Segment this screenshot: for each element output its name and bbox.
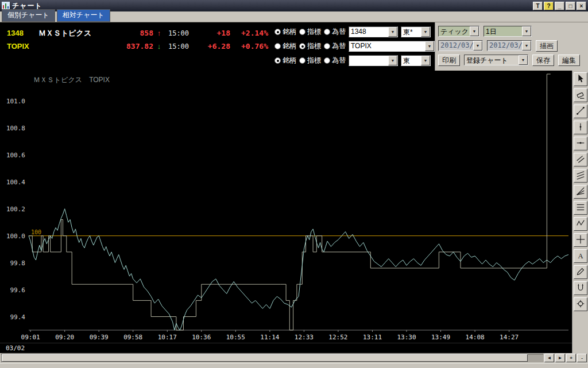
zoom-in-button[interactable]: + (566, 354, 576, 362)
combo-value (349, 56, 388, 65)
eraser-tool-icon (575, 90, 586, 100)
chevron-down-icon[interactable]: ▼ (470, 26, 479, 36)
fan-line-tool-button[interactable] (574, 185, 587, 199)
chart-canvas[interactable]: 99.499.699.8100.0100.2100.4100.6100.8101… (0, 71, 572, 343)
horizontal-line-tool-button[interactable] (574, 137, 587, 150)
indicator-radio[interactable]: 指標 (299, 27, 321, 37)
x-axis-label: 11:14 (260, 334, 279, 341)
select-tool-button[interactable] (574, 72, 587, 86)
settings-tool-button[interactable] (574, 297, 587, 311)
radio-icon[interactable] (274, 57, 281, 64)
radio-label: 為替 (332, 27, 346, 37)
eraser-tool-button[interactable] (574, 88, 587, 102)
scrollbar-thumb[interactable] (2, 354, 528, 362)
crosshair-tool-icon (575, 234, 586, 245)
trendline-tool-icon (575, 106, 586, 116)
parallel-line-tool-button[interactable] (574, 153, 587, 166)
channel-tool-button[interactable] (574, 169, 587, 183)
indicator-radio[interactable]: 指標 (299, 41, 321, 51)
fx-radio[interactable]: 為替 (324, 27, 346, 37)
edit-button[interactable]: 編集 (558, 55, 580, 66)
scroll-right-button[interactable]: ► (555, 354, 565, 362)
radio-icon[interactable] (324, 57, 330, 64)
tab-individual-chart[interactable]: 個別チャート (2, 9, 55, 22)
main-area: 99.499.699.8100.0100.2100.4100.6100.8101… (0, 71, 588, 353)
fx-radio[interactable]: 為替 (324, 56, 346, 65)
stock-radio[interactable]: 銘柄 (274, 41, 296, 51)
chevron-down-icon[interactable]: ▼ (425, 41, 434, 51)
close-button[interactable]: × (577, 2, 586, 10)
text-tool-button[interactable]: A (574, 249, 587, 263)
registered-chart-combo[interactable]: 登録チャート▼ (464, 55, 528, 65)
chevron-down-icon[interactable]: ▼ (522, 26, 531, 36)
tab-relative-chart[interactable]: 相対チャート (57, 9, 110, 22)
radio-icon[interactable] (299, 43, 305, 49)
series-1-path (29, 209, 568, 330)
radio-icon[interactable] (274, 29, 281, 35)
x-axis-label: 13:30 (397, 334, 416, 341)
interval-combo[interactable]: ティック▼ (438, 26, 479, 37)
draw-button[interactable]: 描画 (536, 40, 558, 52)
fibonacci-tool-button[interactable] (574, 201, 587, 215)
tick-direction-icon: ↓ (153, 42, 165, 51)
chevron-down-icon[interactable]: ▼ (421, 56, 430, 65)
period-combo[interactable]: 1日▼ (483, 26, 532, 37)
radio-icon[interactable] (299, 29, 305, 35)
print-button[interactable]: 印刷 (438, 55, 460, 66)
help-button[interactable]: ? (544, 2, 554, 10)
change-percent: +0.76% (230, 42, 268, 51)
radio-icon[interactable] (324, 29, 330, 35)
radio-icon[interactable] (274, 43, 281, 49)
radio-label: 銘柄 (283, 41, 296, 51)
stock-radio[interactable]: 銘柄 (274, 56, 296, 65)
compare-exchange-combo[interactable]: 東▼ (401, 55, 431, 66)
pencil-tool-button[interactable] (574, 265, 587, 279)
scroll-left-button[interactable]: ◄ (544, 354, 554, 362)
y-axis-label: 99.8 (10, 259, 26, 267)
trendline-tool-button[interactable] (574, 104, 587, 118)
chevron-down-icon[interactable]: ▼ (522, 41, 531, 51)
save-button[interactable]: 保存 (532, 55, 554, 66)
app-icon (2, 2, 10, 10)
indicator-combo[interactable]: TOPIX▼ (349, 41, 435, 52)
radio-icon[interactable] (324, 43, 330, 49)
radio-icon[interactable] (299, 57, 305, 64)
action-row-3: 印刷 登録チャート▼ 保存 編集 (438, 53, 586, 67)
horizontal-line-tool-icon (575, 138, 586, 148)
fx-radio[interactable]: 為替 (324, 41, 346, 51)
horizontal-scrollbar[interactable]: ◄ ► + - (0, 353, 588, 363)
zigzag-tool-button[interactable] (574, 217, 587, 231)
indicator-radio[interactable]: 指標 (299, 56, 321, 65)
chevron-down-icon[interactable]: ▼ (421, 27, 430, 37)
crosshair-tool-button[interactable] (574, 233, 587, 247)
compare-symbol-combo[interactable]: ▼ (349, 55, 398, 66)
radio-label: 為替 (332, 56, 346, 65)
change-value: +6.28 (192, 42, 230, 51)
chevron-down-icon[interactable]: ▼ (388, 27, 397, 37)
maximize-button[interactable]: □ (566, 2, 575, 10)
scrollbar-track[interactable] (1, 354, 543, 362)
vertical-line-tool-button[interactable] (574, 121, 587, 134)
zoom-out-button[interactable]: - (577, 354, 587, 362)
fibonacci-tool-icon (575, 202, 586, 212)
symbol-code-combo[interactable]: 1348▼ (349, 26, 398, 37)
x-axis-label: 13:49 (431, 334, 450, 341)
chevron-down-icon[interactable]: ▼ (473, 41, 482, 51)
parallel-line-tool-icon (575, 154, 586, 164)
radio-label: 為替 (332, 41, 346, 51)
x-axis-label: 09:58 (123, 334, 142, 341)
stock-radio[interactable]: 銘柄 (274, 27, 296, 37)
date-to-combo[interactable]: 2012/03/03▼ (487, 40, 532, 51)
minimize-button[interactable]: _ (555, 2, 564, 10)
y-axis-label: 101.0 (6, 98, 25, 105)
exchange-combo[interactable]: 東*▼ (401, 26, 431, 37)
combo-value: 1日 (484, 26, 522, 36)
date-from-combo[interactable]: 2012/03/03▼ (438, 40, 483, 51)
chevron-down-icon[interactable]: ▼ (519, 55, 528, 65)
zigzag-tool-icon (575, 218, 586, 228)
chevron-down-icon[interactable]: ▼ (388, 56, 397, 65)
t-button[interactable]: T (533, 2, 543, 10)
x-axis-label: 12:33 (295, 334, 314, 341)
settings-tool-icon (575, 299, 586, 309)
magnet-tool-button[interactable] (574, 281, 587, 295)
